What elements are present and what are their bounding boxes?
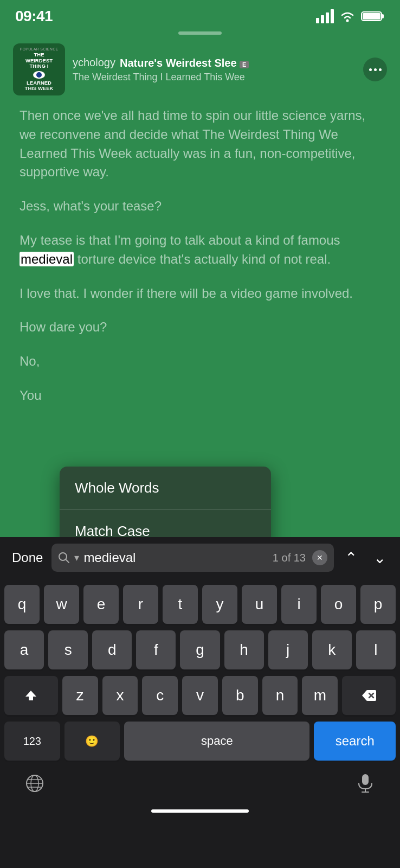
search-count: 1 of 13: [273, 552, 306, 564]
wifi-icon: [339, 10, 356, 22]
whole-words-option[interactable]: Whole Words: [60, 467, 271, 510]
key-q[interactable]: q: [4, 585, 40, 624]
transcript-para-2: Jess, what's your tease?: [20, 197, 380, 216]
svg-point-0: [346, 20, 349, 22]
transcript-para-7: You: [20, 386, 380, 405]
status-icons: [316, 9, 385, 23]
podcast-header: POPULAR SCIENCE THEWEIRDESTTHING I LEARN…: [0, 43, 400, 95]
keyboard-bottom-bar: [0, 763, 400, 805]
transcript-para-5: How dare you?: [20, 318, 380, 337]
search-bar: Done ▾ 1 of 13 ✕ ⌃ ⌄: [0, 537, 400, 578]
podcast-subtitle-row: ychology Nature's Weirdest Slee E: [73, 56, 356, 69]
key-h[interactable]: h: [224, 630, 264, 669]
keyboard-row-2: a s d f g h j k l: [4, 630, 396, 669]
key-e[interactable]: e: [83, 585, 119, 624]
podcast-info: ychology Nature's Weirdest Slee E The We…: [73, 56, 356, 83]
key-t[interactable]: t: [163, 585, 198, 624]
status-bar: 09:41: [0, 0, 400, 29]
done-button[interactable]: Done: [9, 546, 46, 570]
keyboard-row-3: z x c v b n m: [4, 676, 396, 715]
highlighted-word: medieval: [20, 252, 74, 266]
key-emoji[interactable]: 🙂: [64, 722, 120, 761]
svg-rect-2: [382, 14, 384, 18]
podcast-episode-title: Nature's Weirdest Slee E: [120, 57, 249, 69]
mic-button[interactable]: [352, 770, 378, 796]
globe-button[interactable]: [22, 770, 48, 796]
podcast-badge: E: [240, 61, 249, 68]
search-prev-button[interactable]: ⌃: [339, 545, 363, 571]
key-x[interactable]: x: [102, 676, 138, 715]
key-i[interactable]: i: [281, 585, 317, 624]
key-delete[interactable]: [342, 676, 396, 715]
thumbnail-label-top: POPULAR SCIENCE: [20, 47, 58, 51]
thumbnail-eye: [33, 71, 45, 79]
drag-handle: [178, 31, 222, 35]
key-w[interactable]: w: [44, 585, 79, 624]
transcript-para-4: I love that. I wonder if there will be a…: [20, 284, 380, 303]
keyboard-rows: q w e r t y u i o p a s d f g h j k l: [0, 578, 400, 761]
search-next-button[interactable]: ⌄: [368, 545, 391, 571]
search-icon: [58, 552, 70, 564]
keyboard: q w e r t y u i o p a s d f g h j k l: [0, 578, 400, 868]
key-v[interactable]: v: [182, 676, 218, 715]
keyboard-row-1: q w e r t y u i o p: [4, 585, 396, 624]
key-shift[interactable]: [4, 676, 58, 715]
key-z[interactable]: z: [62, 676, 98, 715]
keyboard-row-4: 123 🙂 space search: [4, 722, 396, 761]
key-j[interactable]: j: [268, 630, 308, 669]
svg-line-5: [66, 560, 69, 563]
search-clear-button[interactable]: ✕: [312, 550, 327, 565]
signal-icon: [316, 9, 334, 23]
transcript-para-6: No,: [20, 352, 380, 371]
more-dots-icon: [369, 68, 382, 71]
key-c[interactable]: c: [142, 676, 178, 715]
search-input-wrapper: ▾ 1 of 13 ✕: [51, 544, 334, 572]
thumbnail-subtitle: LEARNEDTHIS WEEK: [25, 80, 54, 92]
podcast-show-name: The Weirdest Thing I Learned This Wee: [73, 72, 356, 83]
key-s[interactable]: s: [48, 630, 88, 669]
search-input[interactable]: [83, 550, 268, 565]
podcast-category: ychology: [73, 56, 115, 69]
key-search[interactable]: search: [314, 722, 396, 761]
key-k[interactable]: k: [312, 630, 352, 669]
svg-rect-13: [362, 774, 369, 785]
key-a[interactable]: a: [4, 630, 44, 669]
key-p[interactable]: p: [360, 585, 396, 624]
svg-rect-3: [363, 13, 380, 20]
key-space[interactable]: space: [124, 722, 309, 761]
status-time: 09:41: [15, 8, 53, 25]
thumbnail-title: THEWEIRDESTTHING I: [25, 52, 53, 69]
key-y[interactable]: y: [202, 585, 237, 624]
key-n[interactable]: n: [262, 676, 298, 715]
transcript: Then once we've all had time to spin our…: [0, 106, 400, 405]
more-button[interactable]: [363, 58, 387, 81]
key-b[interactable]: b: [222, 676, 258, 715]
transcript-para-3: My tease is that I'm going to talk about…: [20, 231, 380, 269]
podcast-thumbnail: POPULAR SCIENCE THEWEIRDESTTHING I LEARN…: [13, 43, 65, 95]
key-l[interactable]: l: [356, 630, 396, 669]
key-g[interactable]: g: [180, 630, 220, 669]
search-dropdown-icon[interactable]: ▾: [74, 552, 79, 564]
transcript-para-1: Then once we've all had time to spin our…: [20, 106, 380, 182]
battery-icon: [361, 10, 385, 22]
key-r[interactable]: r: [123, 585, 158, 624]
key-d[interactable]: d: [92, 630, 132, 669]
key-o[interactable]: o: [321, 585, 356, 624]
key-numeric[interactable]: 123: [4, 722, 60, 761]
key-m[interactable]: m: [302, 676, 338, 715]
home-indicator: [151, 809, 249, 813]
key-u[interactable]: u: [242, 585, 277, 624]
key-f[interactable]: f: [136, 630, 176, 669]
